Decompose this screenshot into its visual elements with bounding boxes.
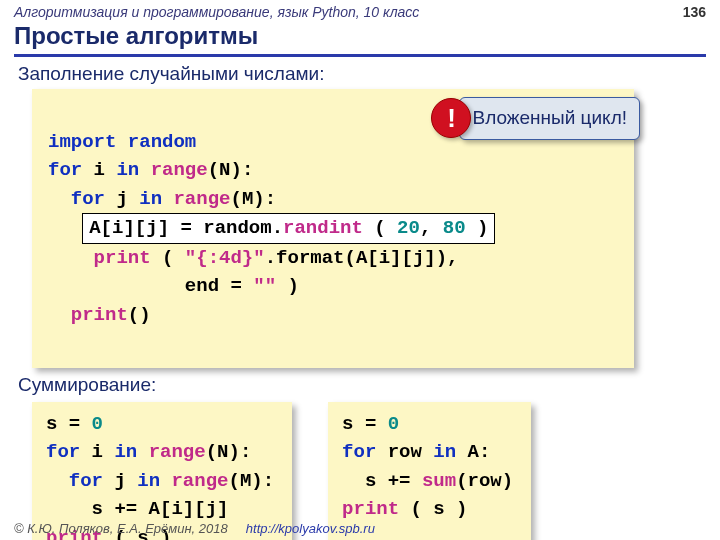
slide-header: Алгоритмизация и программирование, язык … [0, 0, 720, 20]
page-title: Простые алгоритмы [14, 22, 706, 57]
code-sum-rows: s = 0 for row in A: s += sum(row) print … [328, 402, 531, 541]
section-fill: Заполнение случайными числами: [18, 63, 720, 85]
footer-link[interactable]: http://kpolyakov.spb.ru [246, 521, 375, 536]
course-label: Алгоритмизация и программирование, язык … [14, 4, 419, 20]
copyright: © К.Ю. Поляков, Е.А. Ерёмин, 2018 [14, 521, 228, 536]
page-number: 136 [683, 4, 706, 20]
callout: ! Вложенный цикл! [431, 97, 640, 140]
code-sum-nested: s = 0 for i in range(N): for j in range(… [32, 402, 292, 541]
callout-text: Вложенный цикл! [459, 97, 640, 140]
footer: © К.Ю. Поляков, Е.А. Ерёмин, 2018 http:/… [14, 521, 375, 536]
section-sum: Суммирование: [18, 374, 720, 396]
highlight-line: A[i][j] = random.randint ( 20, 80 ) [82, 213, 495, 244]
code-fill: import random for i in range(N): for j i… [32, 89, 634, 368]
